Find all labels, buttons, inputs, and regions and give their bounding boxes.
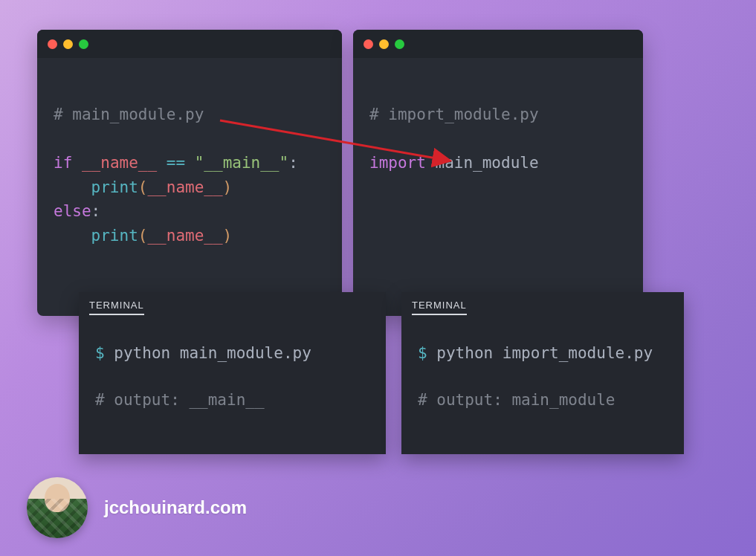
terminal-tab: TERMINAL [401,292,684,320]
operator-eq: == [167,154,185,172]
dunder-name-arg: __name__ [147,178,222,196]
keyword-else: else [54,202,91,220]
paren-close: ) [223,227,233,245]
keyword-import: import [369,154,426,172]
traffic-light-close-icon [48,39,57,49]
code-window-import-module: # import_module.py import main_module [353,30,643,316]
attribution: jcchouinard.com [27,477,247,538]
terminal-body: $ python import_module.py # output: main… [401,320,684,438]
terminal-command: python main_module.py [114,344,311,362]
code-comment: # main_module.py [54,106,204,123]
string-main: "__main__" [195,154,288,172]
traffic-light-zoom-icon [395,39,404,49]
author-site: jcchouinard.com [104,497,247,518]
imported-module-name: main_module [436,154,539,172]
terminal-main-module: TERMINAL $ python main_module.py # outpu… [79,292,386,454]
terminal-output: # output: main_module [418,391,616,409]
paren-open: ( [138,178,148,196]
dunder-name-arg: __name__ [147,227,222,245]
terminal-body: $ python main_module.py # output: __main… [79,320,386,438]
colon: : [91,202,101,220]
paren-open: ( [138,227,148,245]
traffic-light-minimize-icon [379,39,389,49]
terminal-import-module: TERMINAL $ python import_module.py # out… [401,292,684,454]
traffic-light-zoom-icon [79,39,88,49]
terminal-command: python import_module.py [436,344,653,362]
func-print: print [91,227,138,245]
author-avatar [27,477,88,538]
prompt-symbol: $ [95,344,105,362]
colon: : [288,154,298,172]
code-window-main-module: # main_module.py if __name__ == "__main_… [37,30,342,316]
terminal-tab-label: TERMINAL [89,300,144,315]
code-body-main-module: # main_module.py if __name__ == "__main_… [37,58,342,270]
func-print: print [91,178,138,196]
window-titlebar [37,30,342,58]
terminal-output: # output: __main__ [95,391,265,409]
keyword-if: if [54,154,72,172]
code-comment: # import_module.py [369,106,539,123]
traffic-light-minimize-icon [63,39,73,49]
dunder-name: __name__ [82,154,157,172]
traffic-light-close-icon [364,39,373,49]
paren-close: ) [223,178,233,196]
window-titlebar [353,30,643,58]
prompt-symbol: $ [418,344,427,362]
code-body-import-module: # import_module.py import main_module [353,58,643,198]
terminal-tab: TERMINAL [79,292,386,320]
terminal-tab-label: TERMINAL [412,300,467,315]
